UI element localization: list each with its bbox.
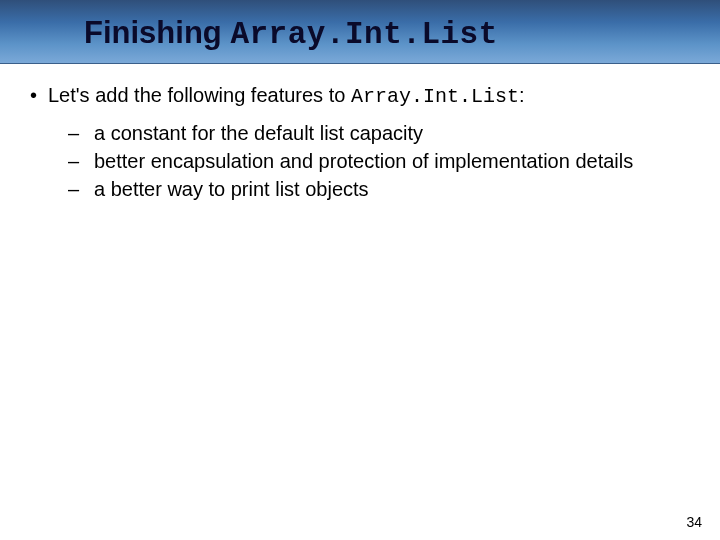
sub-item-text: a better way to print list objects [94, 176, 690, 202]
dash-icon: – [68, 120, 94, 146]
bullet-text-after: : [519, 84, 525, 106]
sub-item-text: a constant for the default list capacity [94, 120, 690, 146]
bullet-text-before: Let's add the following features to [48, 84, 351, 106]
sub-item-text: better encapsulation and protection of i… [94, 148, 690, 174]
bullet-text: Let's add the following features to Arra… [48, 82, 690, 110]
list-item: – better encapsulation and protection of… [68, 148, 690, 174]
list-item: – a better way to print list objects [68, 176, 690, 202]
list-item: – a constant for the default list capaci… [68, 120, 690, 146]
dash-icon: – [68, 148, 94, 174]
title-prefix: Finishing [84, 15, 230, 50]
sub-list: – a constant for the default list capaci… [68, 120, 690, 202]
bullet-code: Array.Int.List [351, 85, 519, 108]
bullet-item: • Let's add the following features to Ar… [30, 82, 690, 110]
slide-title: Finishing Array.Int.List [84, 15, 498, 52]
slide-content: • Let's add the following features to Ar… [0, 64, 720, 202]
bullet-marker: • [30, 82, 48, 108]
title-code: Array.Int.List [230, 17, 497, 52]
dash-icon: – [68, 176, 94, 202]
page-number: 34 [686, 514, 702, 530]
slide-header: Finishing Array.Int.List [0, 0, 720, 64]
